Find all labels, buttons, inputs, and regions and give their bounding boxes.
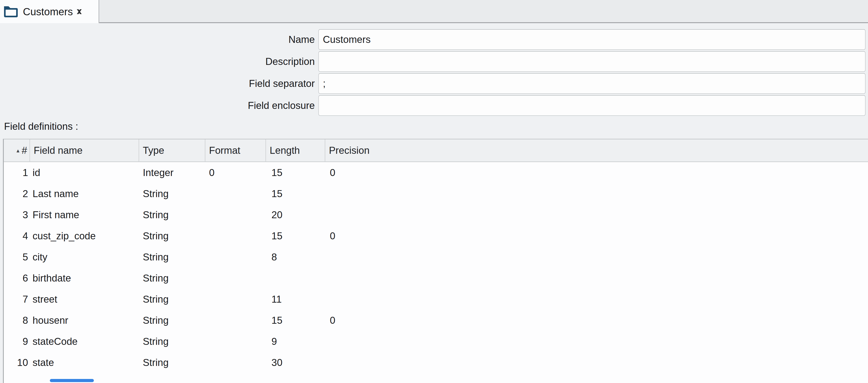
cell-format[interactable]: [206, 331, 266, 352]
cell-field-name[interactable]: id: [30, 162, 139, 183]
table-row[interactable]: 5 city String 8: [4, 247, 868, 267]
cell-field-name[interactable]: state: [30, 352, 139, 373]
tab-close-icon[interactable]: [76, 9, 82, 14]
cell-row-number: 3: [4, 204, 30, 225]
cell-row-number: 9: [4, 331, 30, 352]
cell-length[interactable]: 30: [266, 352, 326, 373]
table-row[interactable]: 8 housenr String 15 0: [4, 310, 868, 331]
field-separator-input[interactable]: [318, 73, 866, 94]
cell-precision[interactable]: 0: [326, 225, 868, 247]
table-row[interactable]: 1 id Integer 0 15 0: [4, 162, 868, 183]
column-header-format[interactable]: Format: [206, 139, 266, 161]
tab-title: Customers: [23, 6, 73, 18]
field-separator-label: Field separator: [0, 73, 315, 94]
table-row[interactable]: 2 Last name String 15: [4, 183, 868, 204]
cell-precision[interactable]: 0: [326, 310, 868, 331]
cell-precision[interactable]: [326, 267, 868, 289]
cell-length[interactable]: 15: [266, 183, 326, 204]
form-row-description: Description: [0, 51, 868, 72]
cell-field-name[interactable]: birthdate: [30, 267, 139, 289]
column-header-field-name[interactable]: Field name: [30, 139, 139, 161]
column-header-precision[interactable]: Precision: [326, 139, 868, 161]
cell-precision[interactable]: [326, 204, 868, 225]
cell-row-number: 6: [4, 267, 30, 289]
cell-format[interactable]: [206, 352, 266, 373]
name-label: Name: [0, 29, 315, 50]
cell-length[interactable]: 20: [266, 204, 326, 225]
cell-type[interactable]: String: [139, 183, 206, 204]
cell-format[interactable]: [206, 247, 266, 267]
form-row-field-enclosure: Field enclosure: [0, 95, 868, 116]
cell-field-name[interactable]: city: [30, 247, 139, 267]
name-input[interactable]: [318, 29, 866, 50]
cell-precision[interactable]: [326, 289, 868, 310]
cell-type[interactable]: String: [139, 289, 206, 310]
table-row[interactable]: 10 state String 30: [4, 352, 868, 373]
cell-precision[interactable]: [326, 331, 868, 352]
cell-precision[interactable]: 0: [326, 162, 868, 183]
tab-bar: Customers: [0, 0, 868, 23]
cell-length[interactable]: 8: [266, 247, 326, 267]
description-label: Description: [0, 51, 315, 72]
column-header-number-label: #: [22, 145, 27, 156]
cell-length[interactable]: 9: [266, 331, 326, 352]
cell-row-number: 4: [4, 225, 30, 247]
table-row[interactable]: 9 stateCode String 9: [4, 331, 868, 352]
cell-format[interactable]: [206, 225, 266, 247]
cell-format[interactable]: [206, 310, 266, 331]
table-row[interactable]: 4 cust_zip_code String 15 0: [4, 225, 868, 247]
cell-type[interactable]: String: [139, 247, 206, 267]
cell-format[interactable]: [206, 183, 266, 204]
cell-precision[interactable]: [326, 247, 868, 267]
file-definition-form: Name Description Field separator Field e…: [0, 23, 868, 116]
cell-row-number: 8: [4, 310, 30, 331]
folder-icon: [3, 5, 19, 19]
cell-row-number: 2: [4, 183, 30, 204]
cell-type[interactable]: String: [139, 331, 206, 352]
field-enclosure-input[interactable]: [318, 95, 866, 116]
table-row[interactable]: 3 First name String 20: [4, 204, 868, 225]
cell-field-name[interactable]: stateCode: [30, 331, 139, 352]
cell-row-number: 1: [4, 162, 30, 183]
cell-field-name[interactable]: housenr: [30, 310, 139, 331]
cell-precision[interactable]: [326, 352, 868, 373]
cell-field-name[interactable]: Last name: [30, 183, 139, 204]
cell-format[interactable]: [206, 267, 266, 289]
cell-field-name[interactable]: First name: [30, 204, 139, 225]
cell-precision[interactable]: [326, 183, 868, 204]
horizontal-scrollbar-thumb[interactable]: [50, 379, 94, 382]
cell-format[interactable]: [206, 204, 266, 225]
table-row[interactable]: 6 birthdate String: [4, 267, 868, 289]
editor-content: Name Description Field separator Field e…: [0, 23, 868, 383]
field-definitions-table: ▴ # Field name Type Format Length Precis…: [3, 139, 868, 383]
cell-type[interactable]: String: [139, 225, 206, 247]
cell-field-name[interactable]: cust_zip_code: [30, 225, 139, 247]
cell-format[interactable]: [206, 289, 266, 310]
form-row-field-separator: Field separator: [0, 73, 868, 94]
cell-length[interactable]: 15: [266, 225, 326, 247]
cell-length[interactable]: [266, 267, 326, 289]
table-row[interactable]: 7 street String 11: [4, 289, 868, 310]
column-header-type[interactable]: Type: [139, 139, 206, 161]
form-row-name: Name: [0, 29, 868, 50]
cell-length[interactable]: 11: [266, 289, 326, 310]
description-input[interactable]: [318, 51, 866, 72]
cell-length[interactable]: 15: [266, 162, 326, 183]
cell-type[interactable]: String: [139, 310, 206, 331]
field-definitions-title: Field definitions :: [0, 121, 868, 133]
cell-type[interactable]: Integer: [139, 162, 206, 183]
tab-customers[interactable]: Customers: [0, 0, 99, 23]
metadata-editor-window: Customers Name Description Field separat…: [0, 0, 868, 383]
cell-row-number: 5: [4, 247, 30, 267]
table-body: 1 id Integer 0 15 0 2 Last name String 1…: [4, 162, 868, 373]
cell-format[interactable]: 0: [206, 162, 266, 183]
cell-row-number: 10: [4, 352, 30, 373]
cell-type[interactable]: String: [139, 267, 206, 289]
cell-type[interactable]: String: [139, 352, 206, 373]
cell-field-name[interactable]: street: [30, 289, 139, 310]
cell-type[interactable]: String: [139, 204, 206, 225]
cell-row-number: 7: [4, 289, 30, 310]
column-header-length[interactable]: Length: [266, 139, 326, 161]
column-header-number[interactable]: ▴ #: [4, 139, 30, 161]
cell-length[interactable]: 15: [266, 310, 326, 331]
